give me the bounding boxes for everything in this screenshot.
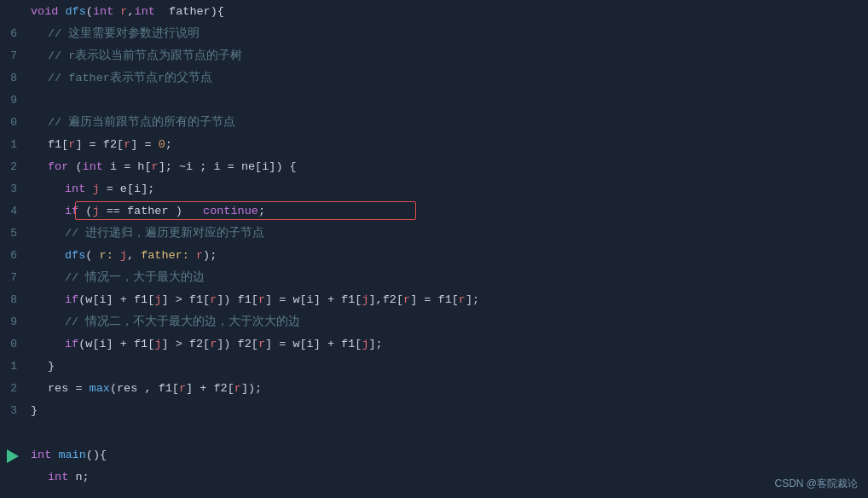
line-number: 9 bbox=[0, 94, 24, 107]
code-line: 0if(w[i] + f1[j] > f2[r]) f2[r] = w[i] +… bbox=[0, 333, 868, 355]
line-content: // 这里需要对参数进行说明 bbox=[24, 26, 868, 41]
line-number: 8 bbox=[0, 293, 24, 306]
code-line: 2res = max(res , f1[r] + f2[r]); bbox=[0, 377, 868, 399]
code-line: 1} bbox=[0, 355, 868, 377]
code-line: 4if (j == father ) continue; bbox=[0, 200, 868, 222]
code-line: 9 bbox=[0, 89, 868, 111]
line-content: // 情况二，不大于最大的边，大于次大的边 bbox=[24, 314, 868, 329]
code-line: 0// 遍历当前跟节点的所有的子节点 bbox=[0, 111, 868, 133]
code-line: 2for (int i = h[r]; ~i ; i = ne[i]) { bbox=[0, 155, 868, 177]
run-icon bbox=[7, 449, 19, 463]
line-content: if (j == father ) continue; bbox=[24, 205, 868, 217]
line-number: 6 bbox=[0, 27, 24, 40]
line-content: for (int i = h[r]; ~i ; i = ne[i]) { bbox=[24, 160, 868, 173]
line-number: 5 bbox=[0, 227, 24, 240]
code-line: void dfs(int r,int father){ bbox=[0, 0, 868, 22]
line-content: // r表示以当前节点为跟节点的子树 bbox=[24, 48, 868, 63]
line-number: 3 bbox=[0, 404, 24, 417]
code-line: int main(){ bbox=[0, 443, 868, 466]
line-content: f1[r] = f2[r] = 0; bbox=[24, 138, 868, 151]
line-number: 2 bbox=[0, 382, 24, 395]
line-content: } bbox=[24, 404, 868, 417]
line-number: 7 bbox=[0, 271, 24, 284]
line-content: void dfs(int r,int father){ bbox=[24, 5, 868, 18]
line-number: 0 bbox=[0, 338, 24, 350]
line-number: 0 bbox=[0, 116, 24, 129]
code-line: 8if(w[i] + f1[j] > f1[r]) f1[r] = w[i] +… bbox=[0, 288, 868, 310]
code-line: 8// father表示节点r的父节点 bbox=[0, 67, 868, 89]
line-number: 1 bbox=[0, 138, 24, 151]
run-button[interactable] bbox=[5, 449, 20, 464]
line-content: res = max(res , f1[r] + f2[r]); bbox=[24, 382, 868, 395]
line-number: 1 bbox=[0, 360, 24, 373]
line-content: if(w[i] + f1[j] > f2[r]) f2[r] = w[i] + … bbox=[24, 338, 868, 350]
code-line: 7// 情况一，大于最大的边 bbox=[0, 266, 868, 288]
code-line: int n; bbox=[0, 466, 868, 488]
line-number: 6 bbox=[0, 249, 24, 262]
code-line: 7// r表示以当前节点为跟节点的子树 bbox=[0, 44, 868, 67]
line-number: 4 bbox=[0, 205, 24, 217]
line-content: if(w[i] + f1[j] > f1[r]) f1[r] = w[i] + … bbox=[24, 293, 868, 306]
code-line bbox=[0, 421, 868, 443]
code-line: 5// 进行递归，遍历更新对应的子节点 bbox=[0, 222, 868, 244]
code-line: 6// 这里需要对参数进行说明 bbox=[0, 22, 868, 44]
line-number: 9 bbox=[0, 316, 24, 328]
code-editor: void dfs(int r,int father){6// 这里需要对参数进行… bbox=[0, 0, 868, 498]
line-content: // 遍历当前跟节点的所有的子节点 bbox=[24, 114, 868, 130]
line-number: 2 bbox=[0, 160, 24, 173]
line-number: 3 bbox=[0, 182, 24, 195]
code-line: 9// 情况二，不大于最大的边，大于次大的边 bbox=[0, 310, 868, 333]
code-line: 6dfs( r: j, father: r); bbox=[0, 244, 868, 266]
line-content: int n; bbox=[24, 471, 868, 484]
line-content: } bbox=[24, 360, 868, 373]
line-content: // 进行递归，遍历更新对应的子节点 bbox=[24, 225, 868, 240]
line-number: 8 bbox=[0, 72, 24, 84]
line-content: dfs( r: j, father: r); bbox=[24, 249, 868, 262]
line-content: int j = e[i]; bbox=[24, 182, 868, 195]
code-line: 3int j = e[i]; bbox=[0, 177, 868, 200]
code-line: 3} bbox=[0, 399, 868, 421]
line-content: int main(){ bbox=[24, 449, 868, 461]
line-content: // father表示节点r的父节点 bbox=[24, 70, 868, 85]
line-number: 7 bbox=[0, 49, 24, 62]
watermark: CSDN @客院裁论 bbox=[774, 477, 858, 491]
line-content: // 情况一，大于最大的边 bbox=[24, 269, 868, 285]
code-line: 1f1[r] = f2[r] = 0; bbox=[0, 133, 868, 155]
